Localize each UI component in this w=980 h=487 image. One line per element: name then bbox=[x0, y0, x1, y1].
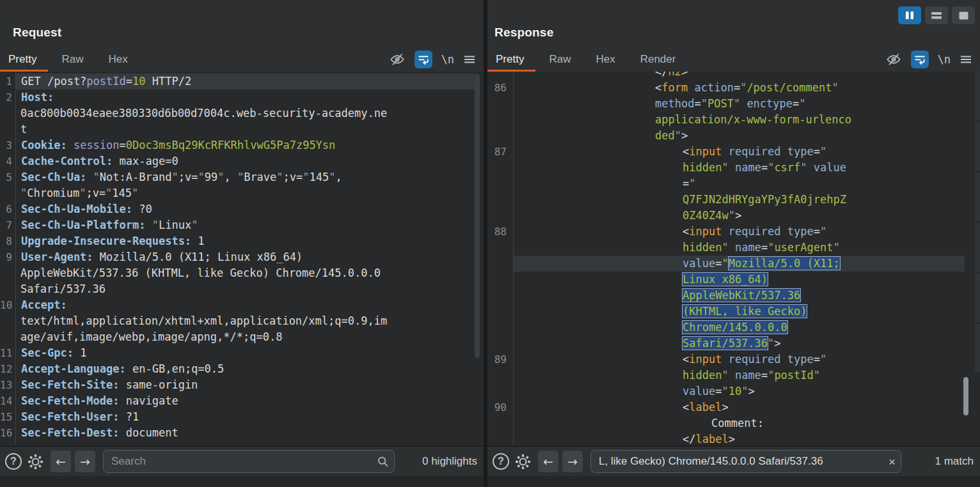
code-row: ded"> bbox=[487, 128, 980, 144]
line-number bbox=[487, 431, 513, 445]
code-row: hidden" name="userAgent" bbox=[487, 240, 980, 256]
line-number: 13 bbox=[0, 377, 15, 393]
hide-nonprinting-icon[interactable] bbox=[885, 52, 902, 67]
line-number: 10 bbox=[0, 297, 15, 313]
code-row: 4Cache-Control: max-age=0 bbox=[0, 153, 484, 169]
line-number: 7 bbox=[0, 217, 15, 233]
code-row: method="POST" enctype=" bbox=[487, 96, 980, 112]
line-number bbox=[0, 265, 15, 281]
highlights-count: 0 highlights bbox=[422, 455, 484, 468]
columns-layout-icon bbox=[905, 11, 914, 20]
code-row: 86<form action="/post/comment" bbox=[487, 80, 980, 96]
tab-hex[interactable]: Hex bbox=[587, 50, 626, 72]
line-number bbox=[487, 336, 513, 352]
tab-raw[interactable]: Raw bbox=[53, 50, 95, 72]
code-row: =" bbox=[487, 176, 980, 192]
code-row: 2Host: bbox=[0, 89, 484, 105]
tab-raw[interactable]: Raw bbox=[541, 50, 582, 72]
clear-search-icon[interactable]: × bbox=[889, 456, 896, 468]
code-row: hidden" name="postId" bbox=[487, 367, 980, 383]
code-row: "Chromium";v="145" bbox=[0, 185, 484, 201]
code-row: 8Upgrade-Insecure-Requests: 1 bbox=[0, 233, 484, 249]
line-number: 6 bbox=[0, 201, 15, 217]
response-pane-title: Response bbox=[494, 26, 553, 40]
line-number: 5 bbox=[0, 169, 15, 185]
help-icon[interactable]: ? bbox=[493, 453, 509, 470]
line-number: 90 bbox=[487, 399, 513, 415]
columns-layout-button[interactable] bbox=[898, 6, 921, 24]
menu-icon[interactable] bbox=[463, 54, 476, 65]
single-layout-button[interactable] bbox=[952, 6, 975, 24]
help-icon[interactable]: ? bbox=[5, 453, 22, 470]
rows-layout-button[interactable] bbox=[925, 6, 948, 24]
word-wrap-icon[interactable] bbox=[911, 50, 929, 68]
line-number bbox=[487, 72, 513, 80]
code-row: Chrome/145.0.0.0 bbox=[487, 320, 980, 336]
request-pane-footer bbox=[0, 476, 484, 487]
code-row: </h2> bbox=[487, 72, 980, 80]
line-number: 1 bbox=[0, 73, 15, 89]
search-input[interactable] bbox=[103, 450, 395, 473]
request-search bbox=[103, 450, 395, 473]
request-editor[interactable]: 1GET /post?postId=10 HTTP/22Host:0ac800b… bbox=[0, 72, 484, 445]
newline-icon[interactable]: \n bbox=[938, 53, 951, 66]
gear-icon[interactable] bbox=[514, 453, 532, 470]
line-number bbox=[487, 208, 513, 224]
line-number: 14 bbox=[0, 393, 15, 409]
code-row: Safari/537.36"> bbox=[487, 336, 980, 352]
line-number: 12 bbox=[0, 361, 15, 377]
code-row: 89<input required type=" bbox=[487, 352, 980, 367]
request-toolbar: \n bbox=[389, 50, 476, 69]
next-match-button[interactable]: → bbox=[562, 451, 583, 472]
scrollbar-thumb[interactable] bbox=[963, 377, 968, 415]
tab-render[interactable]: Render bbox=[632, 50, 688, 72]
line-number bbox=[0, 329, 15, 345]
request-pane: Request PrettyRawHex bbox=[0, 0, 484, 487]
code-row: value="Mozilla/5.0 (X11; bbox=[487, 256, 980, 272]
line-number: 8 bbox=[0, 233, 15, 249]
next-match-button[interactable]: → bbox=[75, 451, 95, 472]
search-input[interactable] bbox=[590, 450, 901, 473]
search-icon bbox=[377, 456, 389, 468]
line-number bbox=[0, 281, 15, 297]
tab-pretty[interactable]: Pretty bbox=[487, 50, 535, 72]
line-number: 15 bbox=[0, 409, 15, 425]
code-row: 10Accept: bbox=[0, 297, 484, 313]
line-number bbox=[487, 256, 513, 272]
code-row: Q7FJN2dHRYgaYPy3fA0jrehpZ bbox=[487, 192, 980, 208]
response-statusbar: ? ← → × 1 match bbox=[487, 445, 980, 476]
request-pane-header: Request PrettyRawHex bbox=[0, 0, 484, 72]
line-number: 4 bbox=[0, 153, 15, 169]
line-number bbox=[487, 128, 513, 144]
line-number bbox=[487, 272, 513, 288]
code-row: AppleWebKit/537.36 (KHTML, like Gecko) C… bbox=[0, 265, 484, 281]
response-search: × bbox=[590, 450, 901, 473]
prev-match-button[interactable]: ← bbox=[538, 451, 558, 472]
line-number: 89 bbox=[487, 352, 513, 367]
response-editor[interactable]: </h2>86<form action="/post/comment"metho… bbox=[487, 72, 980, 445]
code-row: 7Sec-Ch-Ua-Platform: "Linux" bbox=[0, 217, 484, 233]
code-row: Safari/537.36 bbox=[0, 281, 484, 297]
scrollbar-thumb[interactable] bbox=[475, 74, 480, 358]
prev-match-button[interactable]: ← bbox=[51, 451, 71, 472]
code-row: AppleWebKit/537.36 bbox=[487, 288, 980, 304]
code-row: application/x-www-form-urlenco bbox=[487, 112, 980, 128]
scrollbar-track[interactable] bbox=[975, 72, 980, 372]
response-pane-footer bbox=[487, 476, 980, 487]
line-number bbox=[487, 176, 513, 192]
code-row: 5Sec-Ch-Ua: "Not:A-Brand";v="99", "Brave… bbox=[0, 169, 484, 185]
line-number: 3 bbox=[0, 137, 15, 153]
code-row: 15Sec-Fetch-User: ?1 bbox=[0, 409, 484, 425]
word-wrap-icon[interactable] bbox=[415, 50, 432, 68]
hide-nonprinting-icon[interactable] bbox=[389, 52, 406, 67]
line-number: 2 bbox=[0, 89, 15, 105]
gear-icon[interactable] bbox=[27, 453, 44, 470]
code-row: 12Accept-Language: en-GB,en;q=0.5 bbox=[0, 361, 484, 377]
newline-icon[interactable]: \n bbox=[441, 53, 454, 66]
code-row: Linux x86_64) bbox=[487, 272, 980, 288]
tab-pretty[interactable]: Pretty bbox=[0, 50, 48, 72]
tab-hex[interactable]: Hex bbox=[100, 50, 139, 72]
code-row: 13Sec-Fetch-Site: same-origin bbox=[0, 377, 484, 393]
menu-icon[interactable] bbox=[960, 54, 972, 65]
request-tabrow: PrettyRawHex bbox=[0, 50, 484, 72]
